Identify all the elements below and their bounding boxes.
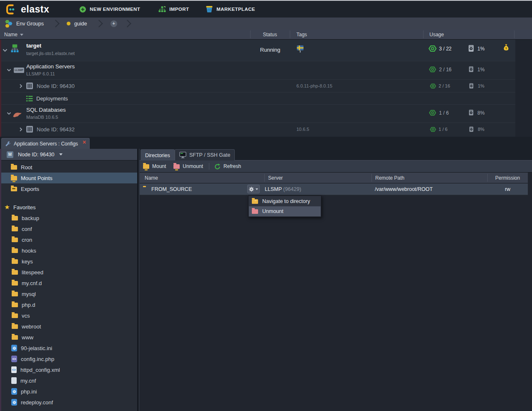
mount-row-from-source[interactable]: FROM_SOURCE LLSMP (96429) /var/www/webro…: [140, 183, 528, 195]
tree-item-exports[interactable]: Exports: [0, 183, 137, 194]
disk-usage-value: 8%: [478, 127, 484, 132]
view-tabs: Directories SFTP / SSH Gate: [140, 149, 532, 160]
elastx-logo-icon: [6, 4, 17, 15]
layer-stack-version: LLSMP 6.0.11: [26, 71, 55, 76]
env-row-deployments[interactable]: Deployments: [0, 93, 532, 105]
node-selector[interactable]: M Node ID: 96430: [0, 149, 137, 160]
favorite-file-config-inc-php[interactable]: config.inc.php: [0, 353, 137, 364]
env-row-target[interactable]: target target.jls-sto1.elastx.net Runnin…: [0, 40, 532, 61]
sidebar-edge-strip: [0, 149, 1, 411]
expand-chevron-icon[interactable]: [19, 127, 23, 132]
column-header-name[interactable]: Name: [145, 175, 158, 181]
refresh-icon: [214, 163, 221, 170]
collapse-chevron-icon[interactable]: [3, 48, 8, 52]
favorite-file-redeploy-conf[interactable]: redeploy.conf: [0, 397, 137, 408]
env-row-sql-databases[interactable]: SQL Databases MariaDB 10.6.5 1 / 6 8%: [0, 105, 532, 123]
collapse-chevron-icon[interactable]: [7, 112, 11, 115]
configs-panel-tab[interactable]: Application Servers : Configs ×: [1, 138, 90, 149]
env-scroll-gutter[interactable]: [515, 40, 532, 137]
folder-icon: [12, 281, 18, 286]
panel-splitter[interactable]: [137, 149, 139, 411]
favorite-folder-cron[interactable]: cron: [0, 234, 137, 245]
tab-directories[interactable]: Directories: [141, 149, 175, 161]
row-actions-gear-button[interactable]: [247, 185, 260, 193]
marketplace-button[interactable]: MARKETPLACE: [206, 6, 255, 13]
node-type-badge: M: [7, 151, 13, 158]
favorite-folder-mysql[interactable]: mysql: [0, 288, 137, 299]
env-row-application-servers[interactable]: LLSMP Application Servers LLSMP 6.0.11 2…: [0, 61, 532, 80]
node-title: Node ID: 96430: [37, 83, 75, 89]
favorite-folder-litespeed[interactable]: litespeed: [0, 267, 137, 278]
unmount-button[interactable]: Unmount: [173, 163, 203, 169]
layer-title: SQL Databases: [26, 107, 66, 113]
breadcrumb-separator-icon: [123, 20, 131, 27]
config-sidebar: M Node ID: 96430 Root Mount Points Expor…: [0, 149, 137, 411]
import-button[interactable]: IMPORT: [158, 6, 189, 13]
node-version-tag: 6.0.11-php-8.0.15: [296, 83, 332, 88]
server-node-id: (96429): [283, 186, 301, 192]
cpu-usage-value: 2 / 16: [439, 83, 450, 88]
tree-item-mount-points[interactable]: Mount Points: [0, 173, 137, 183]
column-header-permission[interactable]: Permission: [487, 175, 528, 181]
favorite-folder-webroot[interactable]: webroot: [0, 321, 137, 332]
brand-logo[interactable]: elastx: [6, 4, 49, 15]
add-group-button[interactable]: +: [110, 20, 117, 27]
favorite-folder-vcs[interactable]: vcs: [0, 310, 137, 321]
column-header-server[interactable]: Server: [268, 175, 283, 181]
column-header-usage[interactable]: Usage: [429, 32, 444, 38]
disk-usage-value: 1%: [477, 67, 484, 73]
close-icon[interactable]: ×: [83, 140, 86, 145]
favorite-folder-conf[interactable]: conf: [0, 223, 137, 234]
column-header-remote-path[interactable]: Remote Path: [375, 175, 404, 181]
brand-name: elastx: [21, 4, 49, 15]
favorite-folder-my-cnf-d[interactable]: my.cnf.d: [0, 278, 137, 288]
layer-title: Application Servers: [26, 63, 75, 70]
sort-caret-icon: [20, 34, 23, 36]
cpu-usage-value: 2 / 16: [439, 67, 452, 73]
config-file-icon: [11, 388, 17, 395]
layer-stack-version: MariaDB 10.6.5: [26, 115, 58, 120]
favorite-folder-hooks[interactable]: hooks: [0, 245, 137, 256]
favorite-file-my-cnf[interactable]: my.cnf: [0, 375, 137, 386]
folder-icon: [12, 248, 18, 253]
breadcrumb-separator-icon: [95, 20, 103, 27]
favorite-folder-php-d[interactable]: php.d: [0, 299, 137, 310]
folder-icon: [12, 335, 18, 340]
column-header-name[interactable]: Name: [4, 32, 23, 38]
expand-chevron-icon[interactable]: [19, 84, 23, 88]
menu-item-navigate-to-directory[interactable]: Navigate to directory: [249, 196, 321, 206]
tab-sftp-ssh-gate[interactable]: SFTP / SSH Gate: [175, 149, 235, 160]
env-table-body: target target.jls-sto1.elastx.net Runnin…: [0, 40, 532, 137]
monitor-icon: [179, 152, 186, 158]
row-context-menu: Navigate to directory Unmount: [248, 195, 321, 217]
breadcrumb: Env Groups guide +: [0, 18, 532, 30]
menu-item-unmount[interactable]: Unmount: [249, 206, 321, 216]
new-environment-button[interactable]: NEW ENVIRONMENT: [79, 6, 140, 13]
mount-server: LLSMP (96429): [265, 186, 301, 192]
refresh-button[interactable]: Refresh: [214, 163, 241, 170]
collapse-chevron-icon[interactable]: [7, 68, 11, 72]
breadcrumb-group-guide[interactable]: guide: [67, 21, 87, 27]
env-row-node-96430[interactable]: Node ID: 96430 6.0.11-php-8.0.15 2 / 16 …: [0, 80, 532, 93]
folder-icon: [12, 259, 18, 264]
folder-icon: [11, 165, 17, 170]
column-header-tags[interactable]: Tags: [296, 32, 307, 38]
favorite-folder-keys[interactable]: keys: [0, 256, 137, 267]
tree-item-root[interactable]: Root: [0, 162, 137, 173]
column-header-status[interactable]: Status: [250, 32, 290, 38]
node-icon: [26, 83, 33, 89]
favorite-folder-backup[interactable]: backup: [0, 213, 137, 223]
favorite-folder-www[interactable]: www: [0, 332, 137, 343]
mount-button[interactable]: Mount: [143, 163, 166, 169]
env-groups-icon: [4, 20, 13, 28]
region-flag-tag-icon[interactable]: [296, 45, 304, 53]
toolbar-separator: [209, 163, 209, 170]
favorite-file-90-jelastic-ini[interactable]: 90-jelastic.ini: [0, 343, 137, 353]
breadcrumb-env-groups[interactable]: Env Groups: [4, 20, 44, 28]
billing-money-bag-icon[interactable]: [503, 44, 509, 51]
env-row-node-96432[interactable]: Node ID: 96432 10.6.5 1 / 6 8%: [0, 123, 532, 137]
status-value: Running: [250, 47, 290, 53]
favorite-file-php-ini[interactable]: php.ini: [0, 386, 137, 397]
configs-panel: Application Servers : Configs × M Node I…: [0, 137, 532, 411]
favorite-file-httpd-config-xml[interactable]: httpd_config.xml: [0, 364, 137, 375]
